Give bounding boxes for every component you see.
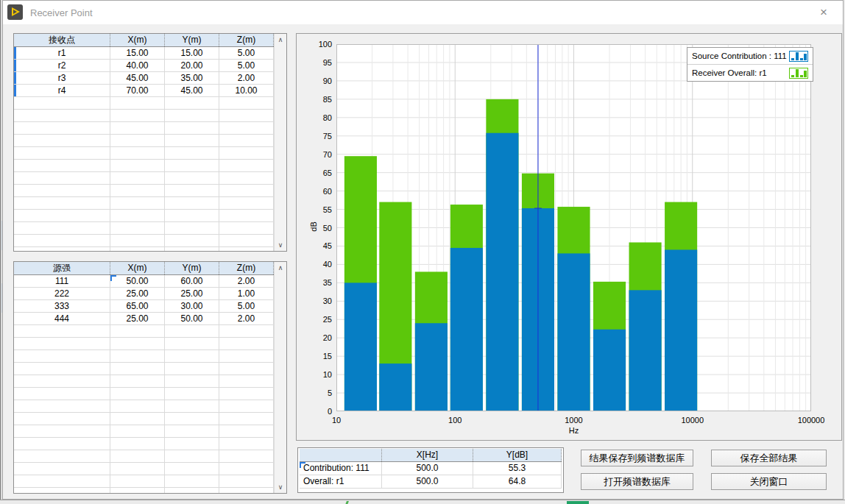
column-header[interactable]: Y(m): [165, 34, 219, 46]
table-cell[interactable]: [165, 488, 219, 493]
table-cell[interactable]: [219, 122, 274, 134]
table-cell[interactable]: [219, 363, 274, 375]
column-header[interactable]: Z(m): [219, 34, 274, 46]
receiver-points-grid[interactable]: 接收点X(m)Y(m)Z(m)r115.0015.005.00r240.0020…: [14, 34, 274, 251]
legend-item[interactable]: Receiver Overall: r1: [687, 64, 813, 81]
table-cell[interactable]: [219, 172, 274, 184]
table-cell[interactable]: 2.00: [219, 313, 274, 324]
table-cell[interactable]: [14, 160, 110, 171]
table-cell[interactable]: [14, 450, 110, 462]
table-cell[interactable]: [14, 425, 110, 437]
table-cell[interactable]: [110, 197, 165, 209]
table-cell[interactable]: [165, 375, 219, 387]
table-cell[interactable]: [165, 122, 219, 134]
column-header[interactable]: Y(m): [165, 262, 219, 274]
cursor-readout-table[interactable]: X[Hz]Y[dB]Contribution: 111500.055.3Over…: [297, 447, 564, 493]
table-cell[interactable]: [110, 110, 165, 121]
table-cell[interactable]: [219, 235, 274, 246]
table-cell[interactable]: 500.0: [382, 462, 473, 475]
table-cell[interactable]: [165, 388, 219, 400]
table-cell[interactable]: [219, 185, 274, 196]
table-cell[interactable]: [165, 338, 219, 349]
table-cell[interactable]: [14, 222, 110, 234]
table-cell[interactable]: 55.3: [473, 462, 562, 475]
table-cell[interactable]: [219, 350, 274, 362]
table-cell[interactable]: 444: [14, 313, 110, 324]
table-cell[interactable]: [165, 475, 219, 487]
table-cell[interactable]: 2.00: [219, 72, 274, 84]
table-row[interactable]: [14, 185, 274, 197]
table-cell[interactable]: [219, 488, 274, 493]
spectrum-plot[interactable]: [336, 44, 811, 411]
column-header[interactable]: 源强: [14, 262, 110, 274]
column-header[interactable]: X(m): [110, 262, 165, 274]
table-row[interactable]: 11150.0060.002.00: [14, 275, 274, 288]
table-row[interactable]: r115.0015.005.00: [14, 47, 274, 60]
table-cell[interactable]: 5.00: [219, 47, 274, 59]
table-cell[interactable]: 25.00: [165, 288, 219, 299]
table-cell[interactable]: [165, 438, 219, 450]
table-cell[interactable]: 500.0: [382, 475, 473, 488]
table-cell[interactable]: [110, 172, 165, 184]
table-row[interactable]: [14, 160, 274, 172]
table-row[interactable]: r345.0035.002.00: [14, 72, 274, 85]
table-cell[interactable]: [165, 185, 219, 196]
table-cell[interactable]: 45.00: [165, 85, 219, 96]
table-row[interactable]: [14, 222, 274, 235]
table-cell[interactable]: [219, 338, 274, 349]
table-cell[interactable]: 222: [14, 288, 110, 299]
table-row[interactable]: [14, 147, 274, 160]
table-row[interactable]: [14, 475, 274, 488]
column-header[interactable]: X(m): [110, 34, 165, 46]
table-cell[interactable]: [219, 463, 274, 475]
table-cell[interactable]: 20.00: [165, 60, 219, 71]
table-cell[interactable]: 111: [14, 275, 110, 287]
table-cell[interactable]: [14, 463, 110, 475]
table-cell[interactable]: [110, 247, 165, 251]
table-cell[interactable]: [14, 185, 110, 196]
table-row[interactable]: [14, 338, 274, 350]
receiver-points-table[interactable]: 接收点X(m)Y(m)Z(m)r115.0015.005.00r240.0020…: [13, 33, 287, 252]
table-cell[interactable]: [14, 400, 110, 412]
table-cell[interactable]: [165, 135, 219, 146]
table-cell[interactable]: [219, 325, 274, 337]
source-table-scrollbar[interactable]: ∧ ∨: [274, 262, 286, 493]
table-row[interactable]: 44425.0050.002.00: [14, 313, 274, 325]
table-cell[interactable]: [219, 388, 274, 400]
table-cell[interactable]: [14, 363, 110, 375]
table-cell[interactable]: [219, 425, 274, 437]
column-header[interactable]: [300, 449, 382, 461]
table-cell[interactable]: [14, 122, 110, 134]
table-cell[interactable]: r4: [14, 85, 110, 96]
table-cell[interactable]: [14, 235, 110, 246]
table-cell[interactable]: [110, 438, 165, 450]
table-cell[interactable]: 1.00: [219, 288, 274, 299]
scroll-up-icon[interactable]: ∧: [275, 34, 286, 46]
table-row[interactable]: [14, 413, 274, 425]
table-row[interactable]: r470.0045.0010.00: [14, 85, 274, 97]
table-row[interactable]: Overall: r1500.064.8: [300, 475, 562, 489]
table-cell[interactable]: [110, 122, 165, 134]
table-cell[interactable]: [110, 185, 165, 196]
column-header[interactable]: X[Hz]: [382, 449, 473, 461]
table-cell[interactable]: [165, 425, 219, 437]
table-cell[interactable]: 70.00: [110, 85, 165, 96]
table-cell[interactable]: [14, 413, 110, 425]
table-cell[interactable]: 25.00: [110, 313, 165, 324]
table-cell[interactable]: [14, 338, 110, 349]
table-cell[interactable]: [219, 413, 274, 425]
table-cell[interactable]: [14, 147, 110, 159]
table-row[interactable]: Contribution: 111500.055.3: [300, 462, 562, 475]
table-cell[interactable]: [165, 210, 219, 221]
close-icon[interactable]: ×: [816, 4, 832, 21]
table-cell[interactable]: 15.00: [110, 47, 165, 59]
table-row[interactable]: [14, 488, 274, 493]
table-cell[interactable]: [165, 400, 219, 412]
table-cell[interactable]: [14, 197, 110, 209]
table-cell[interactable]: [110, 338, 165, 349]
table-cell[interactable]: [219, 400, 274, 412]
table-cell[interactable]: r1: [14, 47, 110, 59]
source-strength-table[interactable]: 源强X(m)Y(m)Z(m)11150.0060.002.0022225.002…: [13, 261, 287, 494]
table-cell[interactable]: [165, 463, 219, 475]
close-window-button[interactable]: 关闭窗口: [711, 473, 827, 490]
